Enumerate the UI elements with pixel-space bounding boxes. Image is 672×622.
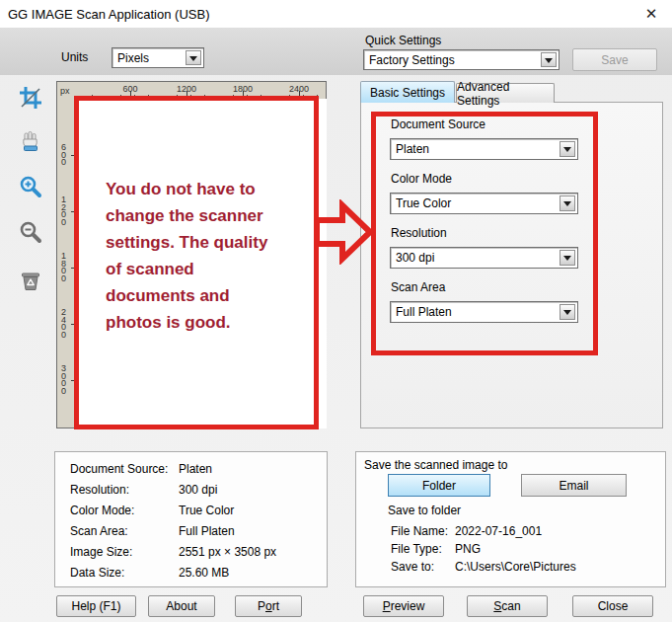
- preview-button[interactable]: Preview: [363, 595, 444, 617]
- units-select[interactable]: Pixels: [112, 47, 204, 68]
- info-value: 300 dpi: [179, 483, 217, 497]
- info-value: 25.60 MB: [179, 566, 229, 580]
- app-window: GG IMAGE Scan Application (USB) ✕ Units …: [0, 0, 672, 622]
- ruler-unit-label: px: [60, 86, 70, 96]
- port-button[interactable]: Port: [235, 595, 302, 617]
- file-type-label: File Type:: [391, 542, 442, 556]
- v-ruler-label: 2400: [61, 309, 69, 339]
- color-mode-dropdown-arrow-icon[interactable]: [560, 195, 575, 211]
- quick-settings-label: Quick Settings: [365, 34, 441, 47]
- save-to-folder-label: Save to folder: [388, 504, 461, 517]
- save-destination-panel: Save the scanned image to Folder Email S…: [355, 451, 666, 587]
- crop-icon[interactable]: [18, 85, 43, 111]
- quick-settings-value: Factory Settings: [369, 53, 455, 67]
- color-mode-value: True Color: [396, 196, 451, 210]
- v-ruler-label: 3000: [61, 365, 69, 395]
- scan-button[interactable]: Scan: [467, 595, 548, 617]
- save-to-value: C:\Users\Core\Pictures: [455, 560, 576, 574]
- v-ruler-label: 600: [61, 144, 69, 167]
- resolution-select[interactable]: 300 dpi: [390, 247, 578, 269]
- folder-button[interactable]: Folder: [388, 474, 490, 497]
- save-to-label: Save to:: [391, 560, 434, 574]
- info-value: True Color: [179, 504, 234, 517]
- info-value: 2551 px × 3508 px: [179, 545, 276, 559]
- info-label: Document Source:: [70, 462, 168, 476]
- info-label: Data Size:: [70, 566, 124, 580]
- document-source-dropdown-arrow-icon[interactable]: [560, 141, 575, 157]
- close-button[interactable]: Close: [572, 595, 653, 617]
- info-label: Resolution:: [70, 483, 129, 497]
- scan-info-panel: Document Source: Platen Resolution: 300 …: [54, 451, 328, 587]
- color-mode-select[interactable]: True Color: [390, 193, 578, 214]
- file-type-value: PNG: [455, 542, 481, 556]
- v-ruler-label: 1200: [61, 196, 69, 226]
- scan-area-value: Full Platen: [396, 305, 452, 319]
- help-button[interactable]: Help (F1): [56, 595, 136, 617]
- info-label: Image Size:: [70, 545, 132, 559]
- save-settings-button[interactable]: Save: [572, 48, 657, 71]
- annotation-rect-preview: You do not have to change the scanner se…: [74, 96, 319, 429]
- resolution-dropdown-arrow-icon[interactable]: [560, 250, 575, 266]
- annotation-arrow-icon: [314, 199, 375, 269]
- zoom-out-icon[interactable]: [18, 219, 43, 245]
- about-button[interactable]: About: [148, 595, 215, 617]
- info-value: Full Platen: [179, 524, 235, 538]
- scan-area-label: Scan Area: [391, 280, 445, 294]
- document-source-select[interactable]: Platen: [390, 138, 578, 160]
- resolution-value: 300 dpi: [396, 251, 434, 265]
- save-panel-title: Save the scanned image to: [364, 458, 507, 472]
- zoom-in-icon[interactable]: [18, 174, 43, 199]
- color-mode-label: Color Mode: [391, 172, 452, 186]
- resolution-label: Resolution: [391, 226, 447, 240]
- units-value: Pixels: [117, 51, 149, 65]
- file-name-value: 2022-07-16_001: [455, 524, 542, 538]
- title-bar: GG IMAGE Scan Application (USB) ✕: [0, 0, 672, 28]
- annotation-text: You do not have to change the scanner se…: [106, 176, 308, 336]
- trash-icon[interactable]: [18, 269, 43, 294]
- top-toolbar: Units Pixels Quick Settings Factory Sett…: [0, 28, 672, 75]
- scan-area-dropdown-arrow-icon[interactable]: [560, 304, 575, 320]
- tab-advanced-settings[interactable]: Advanced Settings: [456, 83, 555, 103]
- info-label: Scan Area:: [70, 524, 128, 538]
- quick-settings-select[interactable]: Factory Settings: [363, 49, 560, 70]
- hand-pan-icon[interactable]: [18, 128, 43, 154]
- tab-basic-settings[interactable]: Basic Settings: [360, 81, 455, 103]
- units-label: Units: [61, 50, 88, 64]
- scan-area-select[interactable]: Full Platen: [390, 301, 578, 323]
- v-ruler-label: 1800: [61, 253, 69, 282]
- info-value: Platen: [179, 462, 212, 476]
- close-icon[interactable]: ✕: [638, 3, 664, 25]
- units-dropdown-arrow-icon[interactable]: [186, 50, 201, 65]
- document-source-value: Platen: [396, 142, 429, 156]
- file-name-label: File Name:: [391, 524, 448, 538]
- email-button[interactable]: Email: [521, 474, 627, 497]
- document-source-label: Document Source: [391, 117, 485, 131]
- info-label: Color Mode:: [70, 504, 134, 517]
- window-title: GG IMAGE Scan Application (USB): [8, 7, 209, 22]
- quick-settings-dropdown-arrow-icon[interactable]: [541, 52, 557, 67]
